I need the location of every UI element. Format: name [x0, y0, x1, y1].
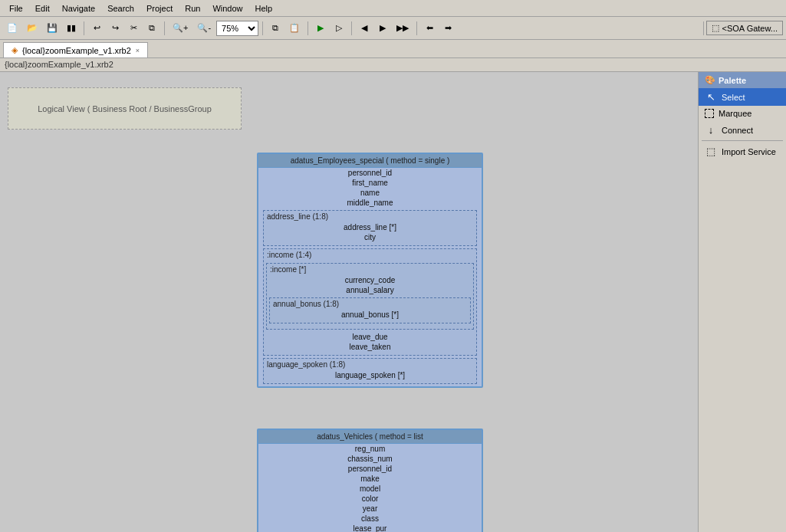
cursor-icon: ↖	[705, 91, 717, 103]
logical-view: Logical View ( Business Root / BusinessG…	[8, 87, 242, 130]
canvas-inner: Logical View ( Business Root / BusinessG…	[0, 72, 690, 532]
palette-title: 🎨 Palette	[699, 72, 786, 88]
entity2-field-1: chassis_num	[258, 454, 482, 464]
sep7	[703, 21, 704, 35]
sub1-field-0: address_line [*]	[264, 222, 476, 232]
menu-run[interactable]: Run	[179, 2, 206, 15]
entity1-header: adatus_Employees_special ( method = sing…	[258, 154, 482, 168]
entity2-field-2: personnel_id	[258, 464, 482, 474]
entity1-box[interactable]: adatus_Employees_special ( method = sing…	[257, 153, 483, 388]
sep3	[262, 21, 263, 35]
save-button[interactable]: 💾	[43, 20, 61, 37]
palette-connect-label: Connect	[722, 126, 753, 135]
next-button[interactable]: ▶	[374, 20, 391, 37]
sub3-header: language_spoken (1:8)	[264, 359, 476, 370]
back-button[interactable]: ⬅	[421, 20, 438, 37]
open-button[interactable]: 📂	[23, 20, 41, 37]
gateway-box: ⬚ <SOA Gatew...	[706, 21, 783, 35]
copy2-button[interactable]: ⧉	[267, 20, 284, 37]
entity2-box[interactable]: adatus_Vehicles ( method = list reg_num …	[257, 429, 483, 532]
undo-button[interactable]: ↩	[88, 20, 105, 37]
redo-button[interactable]: ↪	[107, 20, 123, 37]
prev-button[interactable]: ◀	[356, 20, 373, 37]
sub3-field-0: language_spoken [*]	[264, 370, 476, 380]
tab-icon: ◈	[12, 45, 18, 55]
sep1	[84, 21, 84, 35]
canvas-area[interactable]: Logical View ( Business Root / BusinessG…	[0, 72, 698, 532]
sep4	[307, 21, 308, 35]
palette-icon: 🎨	[705, 75, 715, 85]
entity2-header: adatus_Vehicles ( method = list	[258, 430, 482, 444]
menu-search[interactable]: Search	[101, 2, 140, 15]
entity2-field-8: lease_pur	[258, 524, 482, 532]
menu-window[interactable]: Window	[206, 2, 248, 15]
palette-divider	[702, 140, 783, 141]
run2-button[interactable]: ▷	[331, 20, 347, 37]
gateway-label: <SOA Gatew...	[722, 24, 778, 33]
entity2-field-0: reg_num	[258, 444, 482, 454]
sub2-inner-field-1: annual_salary	[267, 285, 473, 295]
logical-view-label: Logical View ( Business Root / BusinessG…	[38, 104, 212, 113]
sub2-inner-field-0: currency_code	[267, 275, 473, 285]
entity2-field-6: year	[258, 504, 482, 514]
marquee-icon	[705, 109, 714, 118]
entity1-field-0: personnel_id	[258, 168, 482, 178]
breadcrumb: {local}zoomExample_v1.xrb2	[0, 58, 786, 72]
sub1-field-1: city	[264, 232, 476, 242]
entity1-sub2-innermost: annual_bonus (1:8) annual_bonus [*]	[269, 297, 471, 323]
entity1-sub2-inner: :income [*] currency_code annual_salary …	[266, 263, 474, 330]
menu-help[interactable]: Help	[249, 2, 279, 15]
palette-item-marquee[interactable]: Marquee	[699, 106, 786, 121]
entity1-sub2: :income (1:4) :income [*] currency_code …	[263, 248, 477, 356]
sub1-header: address_line (1:8)	[264, 211, 476, 222]
tab-main[interactable]: ◈ {local}zoomExample_v1.xrb2 ×	[3, 42, 148, 57]
import-service-icon: ⬚	[705, 146, 717, 157]
sub2-after-0: leave_due	[264, 332, 476, 342]
tab-label: {local}zoomExample_v1.xrb2	[22, 46, 131, 55]
toolbar-right: ⬚ <SOA Gatew...	[701, 21, 783, 35]
paste-button[interactable]: 📋	[285, 20, 304, 37]
palette-import-service-label: Import Service	[722, 147, 776, 156]
new-button[interactable]: 📄	[3, 20, 21, 37]
entity1-sub3: language_spoken (1:8) language_spoken [*…	[263, 358, 477, 384]
sub2-innermost-header: annual_bonus (1:8)	[270, 298, 470, 310]
zoom-select[interactable]: 75% 50% 100% 125%	[216, 21, 258, 36]
menu-project[interactable]: Project	[140, 2, 179, 15]
sub2-header: :income (1:4)	[264, 249, 476, 261]
forward-button[interactable]: ➡	[439, 20, 456, 37]
menu-file[interactable]: File	[3, 2, 29, 15]
entity2-field-4: model	[258, 484, 482, 494]
menubar: File Edit Navigate Search Project Run Wi…	[0, 0, 786, 17]
entity1-field-3: middle_name	[258, 198, 482, 208]
save-all-button[interactable]: ▮▮	[63, 20, 80, 37]
palette-item-select[interactable]: ↖ Select	[699, 88, 786, 106]
menu-navigate[interactable]: Navigate	[56, 2, 101, 15]
sep5	[351, 21, 352, 35]
entity1-field-2: name	[258, 188, 482, 198]
zoom-out-button[interactable]: 🔍-	[193, 20, 215, 37]
gateway-icon: ⬚	[712, 23, 719, 33]
palette-item-import-service[interactable]: ⬚ Import Service	[699, 143, 786, 160]
entity2-field-5: color	[258, 494, 482, 504]
zoom-in-button[interactable]: 🔍+	[169, 20, 192, 37]
cut-button[interactable]: ✂	[125, 20, 142, 37]
sub2-inner-header: :income [*]	[267, 264, 473, 275]
tab-close-icon[interactable]: ×	[136, 47, 140, 54]
palette-panel: 🎨 Palette ↖ Select Marquee ↓ Connect ⬚ I…	[698, 72, 786, 532]
palette-select-label: Select	[722, 93, 745, 102]
run-button[interactable]: ▶	[312, 20, 329, 37]
menu-edit[interactable]: Edit	[29, 2, 56, 15]
tabbar: ◈ {local}zoomExample_v1.xrb2 ×	[0, 40, 786, 58]
connect-icon: ↓	[705, 124, 717, 136]
palette-item-connect[interactable]: ↓ Connect	[699, 121, 786, 139]
entity2-field-7: class	[258, 514, 482, 524]
entity2-field-3: make	[258, 474, 482, 484]
entity1-field-1: first_name	[258, 178, 482, 188]
entity1-sub1: address_line (1:8) address_line [*] city	[263, 210, 477, 246]
sep2	[164, 21, 165, 35]
sep6	[416, 21, 417, 35]
palette-marquee-label: Marquee	[719, 109, 751, 118]
sub2-innermost-field-0: annual_bonus [*]	[270, 310, 470, 320]
fwd-button[interactable]: ▶▶	[393, 20, 413, 37]
copy-button[interactable]: ⧉	[143, 20, 160, 37]
